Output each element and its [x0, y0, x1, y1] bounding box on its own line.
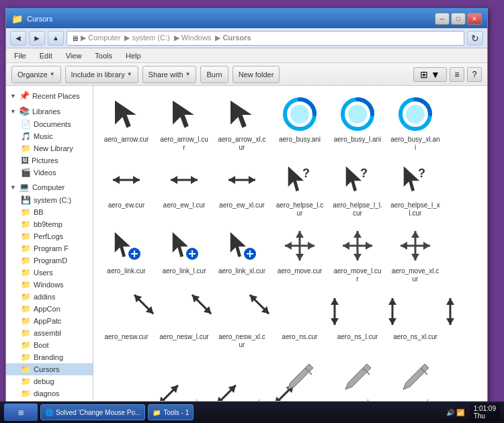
taskbar-item-0[interactable]: 🌐 Solved 'Change Mouse Po... — [40, 404, 145, 420]
folder-bb9temp[interactable]: 📁 bb9temp — [6, 218, 93, 230]
help-button[interactable]: ? — [467, 67, 482, 82]
file-name: aero_move_xl.cur — [390, 267, 440, 283]
libraries-header[interactable]: ▼ 📚 Libraries — [6, 104, 93, 118]
svg-marker-10 — [113, 176, 120, 184]
list-item[interactable]: aero_link.cur — [99, 223, 154, 286]
list-item[interactable]: aero_link_xl.cur — [214, 223, 269, 286]
file-name: aero_arrow.cur — [104, 136, 149, 144]
drive-system-c[interactable]: 💾 system (C:) — [6, 194, 93, 206]
list-item[interactable]: aero_arrow.cur — [99, 91, 154, 154]
list-item[interactable]: aero_nesw.cur — [99, 289, 154, 352]
folder-diagnos[interactable]: 📁 diagnos — [6, 387, 93, 399]
list-item[interactable]: aero_ns.cur — [272, 289, 327, 352]
list-item[interactable]: aero_pen_xl.cur — [388, 355, 443, 401]
view-options-button[interactable]: ⊞ ▼ — [413, 67, 447, 82]
file-name: aero_ns_l.cur — [337, 333, 378, 341]
folder-addins[interactable]: 📁 addins — [6, 291, 93, 303]
menu-edit[interactable]: Edit — [37, 50, 55, 61]
list-item[interactable]: aero_ew.cur — [99, 157, 154, 220]
taskbar-item-1[interactable]: 📁 Tools - 1 — [148, 404, 194, 420]
folder-assembl[interactable]: 📁 assembl — [6, 327, 93, 339]
address-path[interactable]: 🖥 ▶ Computer ▶ system (C:) ▶ Windows ▶ C… — [67, 31, 464, 46]
library-music[interactable]: 🎵 Music — [6, 130, 93, 142]
folder-program-data[interactable]: 📁 ProgramD — [6, 254, 93, 267]
file-name: aero_ew_xl.cur — [219, 201, 265, 209]
refresh-button[interactable]: ↻ — [467, 31, 483, 46]
list-item[interactable]: aero_busy_xl.ani — [388, 91, 443, 154]
list-item[interactable]: aero_move_xl.cur — [388, 223, 443, 286]
file-name: aero_nesw_l.cur — [159, 333, 208, 341]
file-name: aero_nesw_xl.cur — [217, 333, 267, 349]
menu-view[interactable]: View — [63, 50, 85, 61]
maximize-button[interactable]: □ — [451, 13, 466, 25]
folder-cursors[interactable]: 📁 Cursors — [6, 363, 93, 375]
library-videos[interactable]: 🎬 Videos — [6, 167, 93, 179]
svg-marker-47 — [366, 242, 372, 250]
svg-marker-0 — [114, 99, 138, 129]
library-documents[interactable]: 📄 Documents — [6, 118, 93, 130]
list-item[interactable]: aero_ns_l.cur — [330, 289, 385, 352]
burn-button[interactable]: Burn — [200, 66, 228, 83]
organize-button[interactable]: Organize ▼ — [11, 66, 61, 83]
forward-button[interactable]: ► — [29, 31, 45, 46]
list-item[interactable]: aero_arrow_l.cur — [157, 91, 212, 154]
menu-help[interactable]: Help — [123, 50, 144, 61]
folder-appcon[interactable]: 📁 AppCon — [6, 303, 93, 315]
list-item[interactable]: ? aero_helpse_l.cur — [272, 157, 327, 220]
list-item[interactable]: aero_move_l.cur — [330, 223, 385, 286]
list-item[interactable]: aero_nwse_l.cur — [157, 355, 212, 401]
list-item[interactable]: aero_nesw_xl.cur — [214, 289, 269, 352]
list-item[interactable]: aero_link_l.cur — [157, 223, 212, 286]
list-item[interactable]: aero_ns_xl.cur — [388, 289, 443, 352]
folder-windows[interactable]: 📁 Windows — [6, 279, 93, 291]
folder-apppatc[interactable]: 📁 AppPatc — [6, 315, 93, 327]
list-item[interactable]: aero_pen_l.cur — [330, 355, 385, 401]
share-with-button[interactable]: Share with ▼ — [142, 66, 197, 83]
svg-marker-17 — [249, 176, 255, 184]
up-button[interactable]: ▲ — [48, 31, 64, 46]
list-item[interactable]: aero_busy_l.ani — [330, 91, 385, 154]
list-item[interactable]: aero_ew_xl.cur — [214, 157, 269, 220]
list-item[interactable]: aero_nwse_xl.cur — [214, 355, 269, 401]
list-item[interactable]: aero_ew_l.cur — [157, 157, 212, 220]
close-button[interactable]: ✕ — [467, 13, 482, 25]
list-item[interactable]: aero_busy.ani — [272, 91, 327, 154]
file-name: aero_ew_l.cur — [163, 201, 206, 209]
list-item[interactable]: aero_pen.cur — [272, 355, 327, 401]
svg-marker-14 — [191, 176, 198, 184]
list-item[interactable]: aero_move.cur — [272, 223, 327, 286]
new-folder-button[interactable]: New folder — [233, 66, 280, 83]
folder-bb[interactable]: 📁 BB — [6, 206, 93, 218]
start-button[interactable]: ⊞ — [4, 404, 38, 421]
list-item[interactable]: ? aero_helpse_l_xl.cur — [388, 157, 443, 220]
include-in-library-button[interactable]: Include in library ▼ — [65, 66, 138, 83]
library-new[interactable]: 📁 New Library — [6, 142, 93, 154]
recent-places-header[interactable]: ▼ 📌 Recent Places — [6, 89, 93, 103]
svg-marker-44 — [353, 231, 362, 238]
minimize-button[interactable]: ─ — [435, 13, 450, 25]
menu-tools[interactable]: Tools — [92, 50, 115, 61]
folder-users[interactable]: 📁 Users — [6, 267, 93, 279]
file-name: aero_ew.cur — [108, 201, 144, 209]
list-item[interactable]: aero_nesw_l.cur — [157, 289, 212, 352]
list-item[interactable]: aero_arrow_xl.cur — [214, 91, 269, 154]
bb-label: BB — [34, 208, 44, 216]
folder-boot[interactable]: 📁 Boot — [6, 339, 93, 351]
perflogs-label: PerfLogs — [34, 232, 63, 240]
svg-text:?: ? — [360, 167, 368, 180]
library-pictures[interactable]: 🖼 Pictures — [6, 154, 93, 167]
computer-header[interactable]: ▼ 💻 Computer — [6, 180, 93, 194]
folder-program-files[interactable]: 📁 Program F — [6, 242, 93, 254]
folder-perflogs[interactable]: 📁 PerfLogs — [6, 230, 93, 242]
folder-debug[interactable]: 📁 debug — [6, 375, 93, 387]
list-item[interactable]: ? aero_helpse_l_l.cur — [330, 157, 385, 220]
details-pane-button[interactable]: ≡ — [450, 67, 464, 82]
boot-label: Boot — [34, 341, 49, 349]
menu-file[interactable]: File — [11, 50, 29, 61]
folder-branding[interactable]: 📁 Branding — [6, 351, 93, 363]
svg-marker-53 — [423, 242, 430, 250]
file-name: aero_arrow_xl.cur — [217, 136, 267, 152]
list-item[interactable]: aero_nwse.cur — [99, 355, 154, 401]
apppatc-label: AppPatc — [34, 317, 62, 325]
back-button[interactable]: ◄ — [10, 31, 26, 46]
